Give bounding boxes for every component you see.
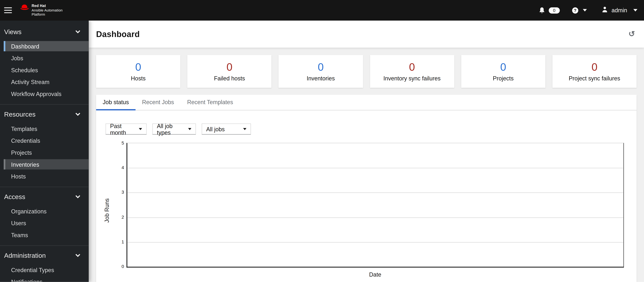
chart-y-axis-label: Job Runs — [104, 198, 110, 222]
panel-tabs: Job status Recent Jobs Recent Templates — [96, 95, 637, 110]
y-tick-4: 4 — [114, 165, 124, 170]
history-icon[interactable]: ↺ — [628, 30, 635, 38]
projects-count: 0 — [500, 61, 506, 72]
gridline — [128, 242, 624, 243]
select-caret-icon — [188, 128, 192, 130]
inventory-sync-failures-card[interactable]: 0 Inventory sync failures — [370, 55, 454, 88]
failed-hosts-count: 0 — [226, 61, 232, 72]
tab-recent-jobs[interactable]: Recent Jobs — [136, 95, 181, 110]
job-type-select[interactable]: All job types — [152, 123, 196, 134]
chevron-down-icon — [75, 254, 80, 257]
help-caret-down-icon[interactable] — [583, 9, 587, 11]
sidebar-item-dashboard[interactable]: Dashboard — [4, 41, 89, 51]
y-tick-2: 2 — [114, 214, 124, 219]
failed-hosts-label: Failed hosts — [214, 75, 245, 81]
sidebar-nav: Views Dashboard Jobs Schedules Activity … — [0, 20, 89, 282]
red-hat-fedora-icon — [20, 4, 29, 12]
project-sync-failures-card[interactable]: 0 Project sync failures — [552, 55, 637, 88]
sidebar-item-workflow-approvals[interactable]: Workflow Approvals — [0, 89, 89, 99]
sidebar-section-views[interactable]: Views — [0, 27, 89, 36]
inventories-count: 0 — [318, 61, 324, 72]
sidebar-item-templates[interactable]: Templates — [0, 123, 89, 134]
chevron-down-icon — [75, 30, 80, 34]
failed-hosts-card[interactable]: 0 Failed hosts — [188, 55, 272, 88]
inventories-label: Inventories — [307, 75, 335, 81]
inventories-card[interactable]: 0 Inventories — [278, 55, 363, 88]
notifications-count-badge[interactable]: 0 — [549, 7, 560, 13]
chevron-down-icon — [75, 195, 80, 199]
sidebar-item-hosts[interactable]: Hosts — [0, 171, 89, 181]
projects-label: Projects — [493, 75, 514, 81]
inventory-sync-failures-label: Inventory sync failures — [383, 75, 440, 81]
job-filter-select[interactable]: All jobs — [202, 123, 251, 134]
main-content: Dashboard ↺ 0 Hosts 0 Failed hosts 0 Inv… — [89, 20, 644, 282]
inventory-sync-failures-count: 0 — [409, 61, 415, 72]
project-sync-failures-count: 0 — [592, 61, 598, 72]
sidebar-section-administration[interactable]: Administration — [0, 251, 89, 260]
notifications-bell-icon[interactable] — [539, 7, 545, 14]
projects-card[interactable]: 0 Projects — [461, 55, 545, 88]
page-title: Dashboard — [96, 29, 140, 39]
sidebar-item-notifications[interactable]: Notifications — [0, 277, 89, 282]
sidebar-item-credentials[interactable]: Credentials — [0, 135, 89, 146]
chart-plot-area: 5 4 3 2 1 0 — [126, 143, 624, 268]
hosts-count: 0 — [135, 61, 141, 72]
chevron-down-icon — [75, 112, 80, 116]
user-menu-label[interactable]: admin — [612, 7, 627, 13]
brand-logo-text: Red Hat Ansible Automation Platform — [32, 4, 62, 16]
sidebar-divider — [0, 245, 89, 246]
masthead: Red Hat Ansible Automation Platform 0 ? — [0, 0, 644, 20]
gridline — [128, 217, 624, 218]
summary-cards-row: 0 Hosts 0 Failed hosts 0 Inventories 0 I… — [96, 55, 637, 88]
hosts-label: Hosts — [131, 75, 146, 81]
job-status-panel: Job status Recent Jobs Recent Templates … — [96, 95, 637, 282]
hosts-card[interactable]: 0 Hosts — [96, 55, 180, 88]
project-sync-failures-label: Project sync failures — [569, 75, 620, 81]
help-icon[interactable]: ? — [572, 7, 578, 13]
job-runs-chart: Job Runs 5 4 3 2 1 0 Date — [126, 143, 624, 278]
sidebar-divider — [0, 187, 89, 187]
user-avatar-icon — [602, 6, 608, 14]
user-caret-down-icon[interactable] — [633, 9, 638, 11]
gridline — [128, 168, 624, 168]
sidebar-item-teams[interactable]: Teams — [0, 230, 89, 240]
sidebar-section-access[interactable]: Access — [0, 193, 89, 201]
gridline — [128, 193, 624, 193]
sidebar-item-schedules[interactable]: Schedules — [0, 65, 89, 75]
sidebar-item-inventories[interactable]: Inventories — [4, 159, 89, 169]
select-caret-icon — [139, 128, 142, 130]
sidebar-section-resources[interactable]: Resources — [0, 110, 89, 118]
y-tick-3: 3 — [114, 190, 124, 195]
nav-toggle-button[interactable] — [4, 5, 14, 15]
sidebar-divider — [0, 104, 89, 105]
sidebar-item-users[interactable]: Users — [0, 218, 89, 228]
y-tick-1: 1 — [114, 239, 124, 244]
sidebar-item-credential-types[interactable]: Credential Types — [0, 265, 89, 275]
sidebar-item-organizations[interactable]: Organizations — [0, 206, 89, 216]
time-period-select[interactable]: Past month — [106, 123, 146, 134]
chart-filters: Past month All job types All jobs — [96, 123, 637, 134]
ansible-automation-platform-app: Red Hat Ansible Automation Platform 0 ? — [0, 0, 644, 282]
sidebar-item-jobs[interactable]: Jobs — [0, 53, 89, 63]
tab-recent-templates[interactable]: Recent Templates — [180, 95, 240, 110]
tab-job-status[interactable]: Job status — [96, 95, 136, 110]
y-tick-0: 0 — [114, 264, 124, 269]
chart-x-axis-label: Date — [126, 271, 624, 278]
brand-logo[interactable]: Red Hat Ansible Automation Platform — [20, 4, 62, 16]
sidebar-item-activity-stream[interactable]: Activity Stream — [0, 77, 89, 87]
page-header: Dashboard ↺ — [89, 20, 644, 48]
select-caret-icon — [243, 128, 246, 130]
dashboard-content: 0 Hosts 0 Failed hosts 0 Inventories 0 I… — [89, 47, 644, 282]
y-tick-5: 5 — [114, 140, 124, 145]
sidebar-item-projects[interactable]: Projects — [0, 147, 89, 158]
